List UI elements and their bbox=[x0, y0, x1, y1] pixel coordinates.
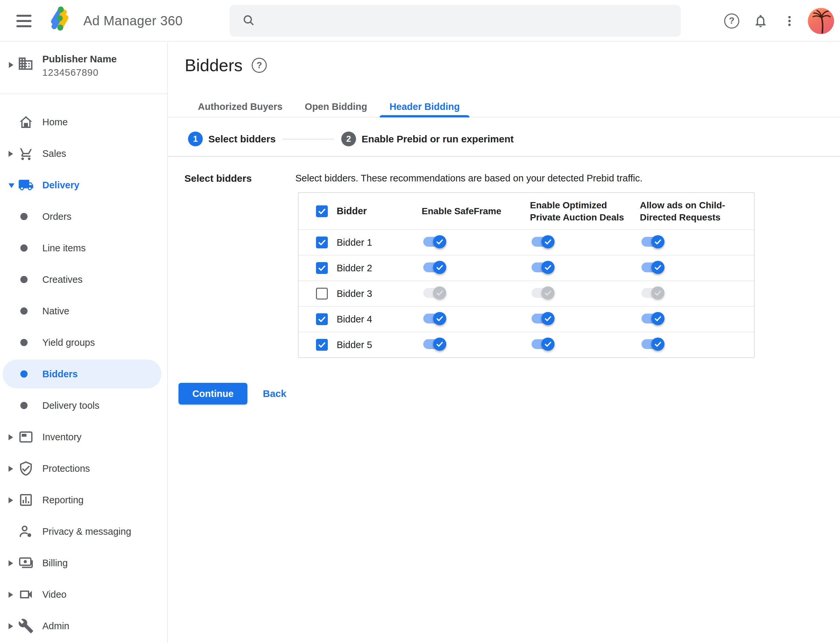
person-badge-icon bbox=[18, 524, 34, 539]
safeframe-toggle[interactable] bbox=[423, 288, 446, 298]
sidebar-item-label: Billing bbox=[42, 547, 68, 579]
active-tab-indicator bbox=[380, 115, 469, 118]
sidebar-item-orders[interactable]: Orders bbox=[0, 201, 167, 232]
publisher-selector[interactable]: Publisher Name 1234567890 bbox=[0, 42, 167, 93]
main-content: Bidders ? Authorized BuyersOpen BiddingH… bbox=[168, 42, 840, 643]
child-directed-toggle[interactable] bbox=[641, 237, 664, 247]
sidebar-item-delivery[interactable]: Delivery bbox=[0, 169, 167, 201]
safeframe-toggle[interactable] bbox=[423, 339, 446, 349]
sidebar-item-bidders[interactable]: Bidders bbox=[0, 358, 167, 390]
sidebar-item-native[interactable]: Native bbox=[0, 295, 167, 327]
sidebar-item-yield-groups[interactable]: Yield groups bbox=[0, 327, 167, 358]
safeframe-toggle[interactable] bbox=[423, 263, 446, 272]
publisher-id: 1234567890 bbox=[42, 67, 98, 78]
checkbox-checked[interactable] bbox=[316, 262, 328, 274]
safeframe-toggle[interactable] bbox=[423, 237, 446, 247]
more-vertical-icon[interactable] bbox=[777, 8, 802, 33]
table-row: Bidder 5 bbox=[299, 332, 754, 357]
tab-label: Open Bidding bbox=[305, 101, 367, 112]
column-header-bidder: Bidder bbox=[337, 206, 367, 217]
ad-unit-icon bbox=[18, 429, 34, 445]
sidebar-item-label: Inventory bbox=[42, 421, 82, 453]
tab-label: Header Bidding bbox=[389, 101, 460, 112]
bullet-icon bbox=[20, 245, 28, 251]
optimized-private-auction-toggle[interactable] bbox=[531, 313, 554, 323]
optimized-private-auction-toggle[interactable] bbox=[531, 263, 554, 272]
arrow-down-icon[interactable] bbox=[8, 183, 15, 188]
form-description: Select bidders. These recommendations ar… bbox=[295, 173, 642, 184]
sidebar: Publisher Name 1234567890 HomeSalesDeliv… bbox=[0, 42, 168, 643]
table-row: Bidder 4 bbox=[299, 306, 754, 332]
arrow-right-icon[interactable] bbox=[8, 466, 13, 472]
child-directed-toggle[interactable] bbox=[641, 288, 664, 298]
column-header-1: Enable SafeFrame bbox=[422, 205, 530, 217]
step-2-label: Enable Prebid or run experiment bbox=[361, 134, 513, 145]
arrow-right-icon[interactable] bbox=[8, 151, 13, 157]
optimized-private-auction-toggle[interactable] bbox=[531, 237, 554, 247]
sidebar-item-label: Creatives bbox=[42, 264, 83, 295]
menu-icon[interactable] bbox=[16, 15, 32, 27]
bidders-table: BidderEnable SafeFrameEnable Optimized P… bbox=[298, 192, 755, 358]
user-avatar[interactable] bbox=[808, 8, 834, 34]
tab-label: Authorized Buyers bbox=[198, 101, 283, 112]
notifications-icon[interactable] bbox=[748, 8, 773, 33]
optimized-private-auction-toggle[interactable] bbox=[531, 288, 554, 298]
column-header-3: Allow ads on Child-Directed Requests bbox=[640, 199, 753, 224]
tab-open-bidding[interactable]: Open Bidding bbox=[294, 96, 378, 117]
sidebar-item-creatives[interactable]: Creatives bbox=[0, 264, 167, 295]
sidebar-item-label: Delivery bbox=[42, 169, 79, 201]
search-input[interactable] bbox=[230, 5, 681, 37]
sidebar-item-label: Delivery tools bbox=[42, 390, 100, 421]
sidebar-item-label: Yield groups bbox=[42, 327, 95, 358]
checkbox-checked[interactable] bbox=[316, 206, 328, 217]
sidebar-item-protections[interactable]: Protections bbox=[0, 453, 167, 484]
sidebar-item-video[interactable]: Video bbox=[0, 579, 167, 610]
sidebar-item-line-items[interactable]: Line items bbox=[0, 232, 167, 264]
sidebar-item-label: Admin bbox=[42, 610, 69, 642]
search-icon bbox=[242, 14, 255, 28]
bidder-name: Bidder 5 bbox=[337, 339, 372, 350]
sidebar-item-privacy-messaging[interactable]: Privacy & messaging bbox=[0, 516, 167, 547]
safeframe-toggle[interactable] bbox=[423, 313, 446, 323]
sidebar-item-label: Home bbox=[42, 106, 68, 138]
arrow-right-icon[interactable] bbox=[8, 434, 13, 440]
videocam-icon bbox=[18, 587, 34, 602]
bullet-icon bbox=[20, 402, 28, 409]
sidebar-item-reporting[interactable]: Reporting bbox=[0, 484, 167, 516]
checkbox-unchecked[interactable] bbox=[316, 288, 328, 300]
step-connector bbox=[283, 139, 334, 139]
tab-header-bidding[interactable]: Header Bidding bbox=[378, 96, 471, 117]
bullet-icon bbox=[20, 213, 28, 220]
sidebar-item-sales[interactable]: Sales bbox=[0, 138, 167, 169]
sidebar-item-admin[interactable]: Admin bbox=[0, 610, 167, 642]
checkbox-checked[interactable] bbox=[316, 339, 328, 351]
arrow-right-icon[interactable] bbox=[8, 592, 13, 598]
continue-button[interactable]: Continue bbox=[178, 383, 247, 405]
arrow-right-icon[interactable] bbox=[8, 623, 13, 629]
cart-icon bbox=[18, 146, 34, 162]
help-icon[interactable]: ? bbox=[719, 8, 744, 33]
tab-authorized-buyers[interactable]: Authorized Buyers bbox=[187, 96, 294, 117]
step-2-circle[interactable]: 2 bbox=[341, 132, 356, 146]
ad-manager-logo-icon bbox=[47, 5, 73, 31]
back-button[interactable]: Back bbox=[263, 388, 286, 399]
child-directed-toggle[interactable] bbox=[641, 339, 664, 349]
tab-bar: Authorized BuyersOpen BiddingHeader Bidd… bbox=[168, 96, 840, 118]
arrow-right-icon[interactable] bbox=[8, 497, 13, 503]
table-row: Bidder 3 bbox=[299, 281, 754, 306]
sidebar-item-delivery-tools[interactable]: Delivery tools bbox=[0, 390, 167, 421]
sidebar-item-inventory[interactable]: Inventory bbox=[0, 421, 167, 453]
child-directed-toggle[interactable] bbox=[641, 263, 664, 272]
checkbox-checked[interactable] bbox=[316, 313, 328, 325]
shield-check-icon bbox=[18, 460, 34, 477]
optimized-private-auction-toggle[interactable] bbox=[531, 339, 554, 349]
arrow-right-icon[interactable] bbox=[8, 560, 13, 566]
checkbox-checked[interactable] bbox=[316, 237, 328, 248]
building-icon bbox=[17, 55, 34, 72]
wrench-icon bbox=[18, 618, 34, 634]
page-help-icon[interactable]: ? bbox=[252, 58, 267, 73]
sidebar-item-home[interactable]: Home bbox=[0, 106, 167, 138]
step-1-circle[interactable]: 1 bbox=[188, 132, 203, 146]
sidebar-item-billing[interactable]: Billing bbox=[0, 547, 167, 579]
child-directed-toggle[interactable] bbox=[641, 313, 664, 323]
